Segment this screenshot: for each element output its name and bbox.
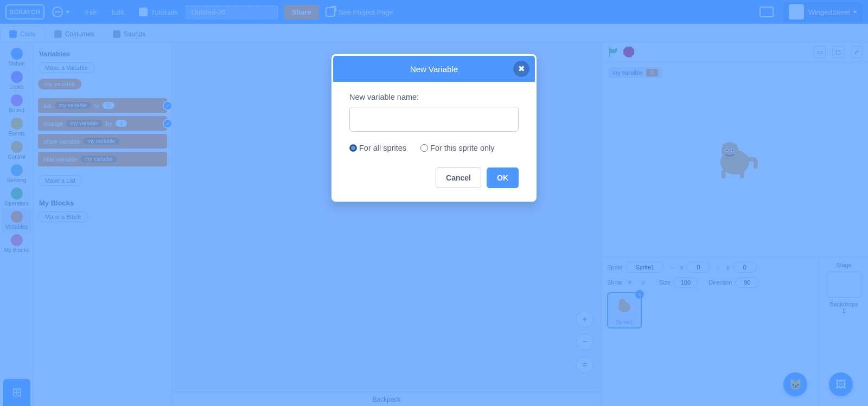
close-button[interactable]: ✖ [513,61,529,77]
modal-overlay[interactable]: New Variable ✖ New variable name: For al… [0,0,868,406]
cancel-button[interactable]: Cancel [436,167,481,188]
variable-name-label: New variable name: [349,93,519,101]
scope-all-radio[interactable] [349,144,357,152]
ok-button[interactable]: OK [487,167,519,188]
scope-all-sprites-option[interactable]: For all sprites [349,144,406,152]
scope-all-label: For all sprites [359,144,406,152]
new-variable-modal: New Variable ✖ New variable name: For al… [331,54,537,202]
scope-this-label: For this sprite only [430,144,494,152]
scope-this-radio[interactable] [420,144,428,152]
close-icon: ✖ [518,64,525,74]
scope-this-sprite-option[interactable]: For this sprite only [420,144,494,152]
variable-name-input[interactable] [349,107,519,132]
modal-header: New Variable ✖ [333,56,535,82]
modal-title: New Variable [410,65,458,74]
variable-scope-options: For all sprites For this sprite only [349,144,519,152]
